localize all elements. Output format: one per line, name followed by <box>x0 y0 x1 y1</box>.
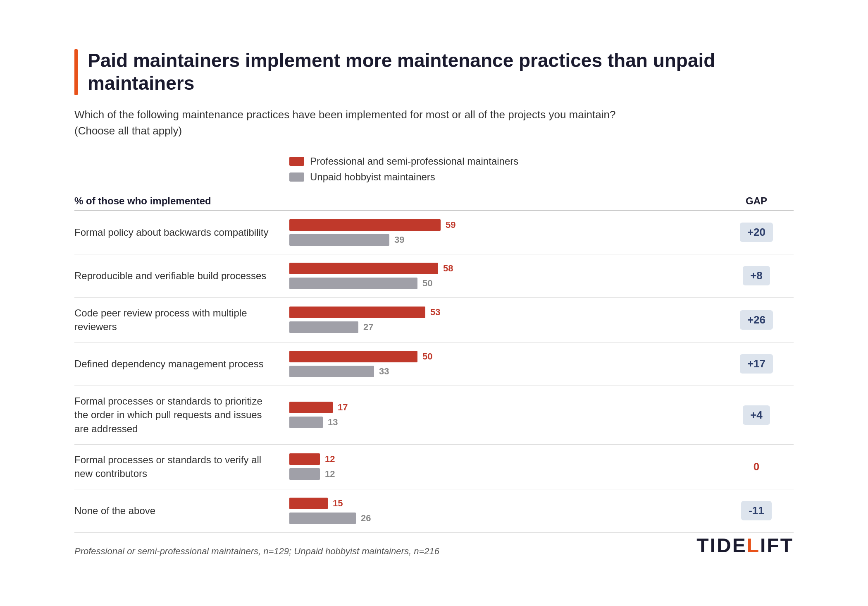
logo-text: TIDELIFT <box>696 534 794 557</box>
bar-gray-0 <box>289 234 389 246</box>
bar-value-gray-6: 26 <box>361 513 373 524</box>
report-card: Paid maintainers implement more maintena… <box>41 24 827 582</box>
bar-red-1 <box>289 263 438 274</box>
row-bars-3: 50 33 <box>289 351 719 377</box>
row-label-4: Formal processes or standards to priorit… <box>74 394 289 436</box>
legend-unpaid-label: Unpaid hobbyist maintainers <box>310 171 435 183</box>
row-bars-4: 17 13 <box>289 402 719 428</box>
title-accent-bar <box>74 49 78 95</box>
bar-professional-2: 53 <box>289 307 703 318</box>
gap-badge-5: 0 <box>746 457 767 477</box>
bar-value-red-1: 58 <box>443 263 455 274</box>
bar-red-2 <box>289 307 425 318</box>
table-row: Code peer review process with multiple r… <box>74 298 794 343</box>
gap-cell-3: +17 <box>719 354 794 374</box>
bar-unpaid-1: 50 <box>289 278 703 289</box>
table-row: Formal policy about backwards compatibil… <box>74 211 794 254</box>
table-header: % of those who implemented GAP <box>74 195 794 207</box>
bar-gray-2 <box>289 321 358 333</box>
subtitle-text: Which of the following maintenance pract… <box>74 107 794 139</box>
row-bars-6: 15 26 <box>289 498 719 524</box>
bar-professional-6: 15 <box>289 498 703 509</box>
bar-value-gray-5: 12 <box>325 469 337 479</box>
table-row: Defined dependency management process 50… <box>74 343 794 386</box>
bar-gray-3 <box>289 366 374 377</box>
row-bars-5: 12 12 <box>289 453 719 480</box>
row-label-1: Reproducible and verifiable build proces… <box>74 269 289 283</box>
bar-value-red-6: 15 <box>333 498 345 509</box>
title-block: Paid maintainers implement more maintena… <box>74 49 794 95</box>
bar-gray-1 <box>289 278 417 289</box>
gap-badge-0: +20 <box>740 223 773 242</box>
bar-gray-6 <box>289 513 356 524</box>
bar-unpaid-4: 13 <box>289 417 703 428</box>
row-label-0: Formal policy about backwards compatibil… <box>74 225 289 240</box>
row-bars-2: 53 27 <box>289 307 719 333</box>
gap-cell-0: +20 <box>719 223 794 242</box>
bar-value-red-2: 53 <box>430 307 443 318</box>
bar-red-4 <box>289 402 333 413</box>
row-label-3: Defined dependency management process <box>74 357 289 371</box>
bar-professional-3: 50 <box>289 351 703 362</box>
page-title: Paid maintainers implement more maintena… <box>88 49 794 95</box>
bar-red-5 <box>289 453 320 465</box>
gap-cell-4: +4 <box>719 405 794 425</box>
table-row: None of the above 15 26 -11 <box>74 489 794 533</box>
footnote-text: Professional or semi-professional mainta… <box>74 546 794 557</box>
column-header-gap: GAP <box>719 195 794 207</box>
legend-gray-box <box>289 172 304 182</box>
bar-value-gray-1: 50 <box>422 278 435 289</box>
bar-unpaid-6: 26 <box>289 513 703 524</box>
legend-professional: Professional and semi-professional maint… <box>289 156 794 167</box>
gap-cell-6: -11 <box>719 501 794 520</box>
column-header-label: % of those who implemented <box>74 195 289 207</box>
gap-cell-2: +26 <box>719 310 794 330</box>
table-row: Formal processes or standards to priorit… <box>74 386 794 445</box>
gap-badge-4: +4 <box>743 405 770 425</box>
logo: TIDELIFT <box>696 534 794 557</box>
bar-professional-5: 12 <box>289 453 703 465</box>
row-bars-0: 59 39 <box>289 219 719 246</box>
bar-red-0 <box>289 219 441 231</box>
bar-value-red-4: 17 <box>338 402 350 413</box>
legend: Professional and semi-professional maint… <box>289 156 794 183</box>
gap-cell-1: +8 <box>719 266 794 285</box>
bar-unpaid-3: 33 <box>289 366 703 377</box>
bar-professional-0: 59 <box>289 219 703 231</box>
bar-value-red-3: 50 <box>422 351 435 362</box>
bar-value-red-5: 12 <box>325 454 337 465</box>
bar-value-gray-2: 27 <box>363 322 376 333</box>
bar-professional-1: 58 <box>289 263 703 274</box>
gap-badge-1: +8 <box>743 266 770 285</box>
legend-professional-label: Professional and semi-professional maint… <box>310 156 518 167</box>
row-label-5: Formal processes or standards to verify … <box>74 453 289 481</box>
bar-red-6 <box>289 498 328 509</box>
bar-professional-4: 17 <box>289 402 703 413</box>
bar-gray-4 <box>289 417 323 428</box>
bar-value-gray-3: 33 <box>379 366 391 377</box>
row-label-6: None of the above <box>74 504 289 518</box>
logo-accent: L <box>747 534 760 556</box>
table-row: Formal processes or standards to verify … <box>74 445 794 489</box>
gap-cell-5: 0 <box>719 457 794 477</box>
bar-value-gray-4: 13 <box>328 417 340 428</box>
row-label-2: Code peer review process with multiple r… <box>74 306 289 334</box>
row-bars-1: 58 50 <box>289 263 719 289</box>
legend-unpaid: Unpaid hobbyist maintainers <box>289 171 794 183</box>
bar-value-red-0: 59 <box>446 220 458 230</box>
gap-badge-3: +17 <box>740 354 773 374</box>
bar-unpaid-5: 12 <box>289 468 703 480</box>
legend-red-box <box>289 157 304 166</box>
bar-value-gray-0: 39 <box>394 235 407 245</box>
bar-unpaid-0: 39 <box>289 234 703 246</box>
gap-badge-2: +26 <box>740 310 773 330</box>
bar-unpaid-2: 27 <box>289 321 703 333</box>
data-rows-container: Formal policy about backwards compatibil… <box>74 211 794 533</box>
table-row: Reproducible and verifiable build proces… <box>74 254 794 298</box>
bar-gray-5 <box>289 468 320 480</box>
bar-red-3 <box>289 351 417 362</box>
gap-badge-6: -11 <box>741 501 772 520</box>
